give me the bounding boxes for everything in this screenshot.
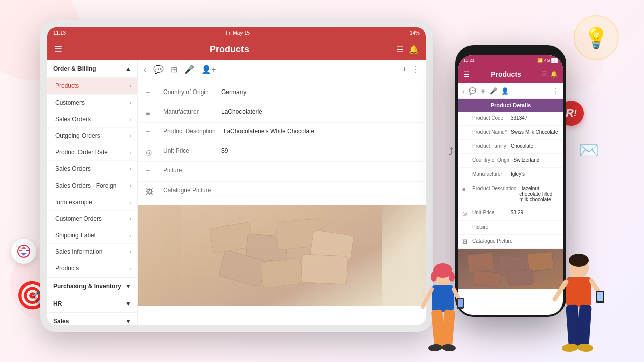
chevron-right-icon: › <box>130 166 131 172</box>
bell-icon[interactable]: 🔔 <box>409 45 419 54</box>
phone-bell-icon[interactable]: 🔔 <box>550 71 558 78</box>
phone-person-icon[interactable]: 👤 <box>501 87 509 95</box>
field-label-catalogue: Catalogue Picture <box>163 187 213 194</box>
phone-chat-icon[interactable]: 💬 <box>469 87 476 95</box>
phone-list-icon[interactable]: ☰ <box>542 71 547 78</box>
sidebar-item-product-order-rate[interactable]: Product Order Rate › <box>47 144 137 161</box>
header-icons: ☰ 🔔 <box>396 45 419 54</box>
sidebar-category-sales[interactable]: Sales ▼ <box>47 312 137 325</box>
person-add-icon[interactable]: 👤+ <box>201 65 216 74</box>
field-value: Chocolate <box>511 143 559 149</box>
phone-toolbar: ‹ 💬 ⊞ 🎤 👤 + ⋮ <box>458 83 563 99</box>
field-label: Product Code <box>472 115 508 121</box>
sidebar-section-order-billing[interactable]: Order & Billing ▲ <box>47 60 137 78</box>
tablet-status-bar: 11:13 Fri May 15 14% <box>47 27 426 38</box>
phone-more-icon[interactable]: ⋮ <box>553 87 559 95</box>
category-expand-icon: ▼ <box>125 283 131 290</box>
sidebar-item-form-example[interactable]: form example › <box>47 194 137 211</box>
field-icon: ≡ <box>462 130 469 136</box>
sidebar-item-label: Product Order Rate <box>55 149 108 156</box>
hamburger-icon[interactable]: ☰ <box>54 44 62 55</box>
field-icon: ◎ <box>462 210 469 217</box>
section-collapse-icon[interactable]: ▲ <box>125 65 131 72</box>
tablet-header-title: Products <box>62 44 396 55</box>
field-icon: ≡ <box>462 186 469 192</box>
field-label: Product Family <box>472 143 508 149</box>
svg-point-17 <box>431 272 437 282</box>
detail-row-manufacturer: ≡ Manufacturer LaChocolaterie <box>138 103 426 123</box>
phone-grid-icon[interactable]: ⊞ <box>480 87 486 95</box>
phone-row-catalogue: 🖼 Catalogue Picture <box>458 235 563 249</box>
field-value: 331347 <box>511 115 559 121</box>
field-label: Catalogue Picture <box>472 238 513 244</box>
svg-rect-23 <box>458 299 463 307</box>
sidebar-item-shipping-label[interactable]: Shipping Label › <box>47 227 137 244</box>
lightbulb-icon: 💡 <box>574 15 619 60</box>
share-icon-1[interactable]: ⤴ <box>449 146 454 157</box>
phone-row-picture: ≡ Picture <box>458 221 563 235</box>
detail-row-description: ≡ Product Description LaChocolaterie's W… <box>138 123 426 142</box>
svg-line-20 <box>423 289 432 307</box>
detail-row-picture: ≡ Picture <box>138 162 426 182</box>
phone-back-icon[interactable]: ‹ <box>462 87 465 95</box>
mic-icon[interactable]: 🎤 <box>184 65 194 74</box>
svg-rect-13 <box>472 270 501 287</box>
sidebar-category-purchasing[interactable]: Purchasing & Inventory ▼ <box>47 277 137 295</box>
sidebar-item-products-1[interactable]: Products › <box>47 78 137 95</box>
sidebar-item-products-2[interactable]: Products › <box>47 260 137 277</box>
field-icon: ≡ <box>462 172 469 178</box>
grid-icon[interactable]: ⊞ <box>171 65 177 74</box>
field-value: Swiss Milk Chocolate <box>511 129 559 135</box>
svg-rect-34 <box>597 292 603 301</box>
phone-hamburger-icon[interactable]: ☰ <box>463 70 470 78</box>
sidebar-item-sales-orders-2[interactable]: Sales Orders › <box>47 161 137 177</box>
field-icon: ◎ <box>146 148 155 156</box>
sidebar-item-customer-orders[interactable]: Customer Orders › <box>47 211 137 227</box>
field-icon: ≡ <box>146 129 155 137</box>
field-icon: ≡ <box>146 109 155 117</box>
sidebar-item-label: Shipping Label <box>55 232 95 239</box>
chat-icon[interactable]: 💬 <box>153 65 164 74</box>
field-label-country: Country of Origin <box>163 88 213 96</box>
sidebar-item-sales-orders-1[interactable]: Sales Orders › <box>47 111 137 128</box>
field-label-manufacturer: Manufacturer <box>163 108 213 115</box>
sidebar-item-customers[interactable]: Customers › <box>47 95 137 111</box>
more-icon[interactable]: ⋮ <box>412 65 420 74</box>
detail-row-country: ≡ Country of Origin Germany <box>138 83 426 103</box>
field-icon: ≡ <box>462 225 469 231</box>
field-icon: ≡ <box>462 158 469 164</box>
product-image-area <box>138 205 426 306</box>
sidebar-item-sales-information[interactable]: Sales Information › <box>47 244 137 260</box>
sidebar-item-label: Outgoing Orders <box>55 132 100 139</box>
main-detail-panel: ‹ 💬 ⊞ 🎤 👤+ + ⋮ ≡ Country of Origin Ge <box>138 60 426 325</box>
svg-point-29 <box>569 254 589 267</box>
phone-section-title: Product Details <box>458 99 563 112</box>
tablet-battery: 14% <box>410 30 420 36</box>
chevron-right-icon: › <box>130 200 131 205</box>
field-value: Hazelnut-chocolate filled milk chocolate <box>519 186 559 202</box>
field-icon: ≡ <box>146 89 155 98</box>
add-icon[interactable]: + <box>402 65 407 74</box>
sidebar-category-label: HR <box>53 300 62 307</box>
sidebar: Order & Billing ▲ Products › Customers ›… <box>47 60 138 325</box>
phone-add-icon[interactable]: + <box>545 87 549 95</box>
phone-row-price: ◎ Unit Price $3.29 <box>458 206 563 221</box>
list-filter-icon[interactable]: ☰ <box>396 45 404 54</box>
sidebar-category-hr[interactable]: HR ▼ <box>47 295 137 312</box>
field-icon: ≡ <box>462 116 469 122</box>
svg-rect-7 <box>260 258 303 289</box>
sidebar-item-sales-orders-foreign[interactable]: Sales Orders - Foreign › <box>47 177 137 194</box>
field-label-price: Unit Price <box>163 147 213 154</box>
sidebar-category-label: Purchasing & Inventory <box>53 283 121 290</box>
phone-mic-icon[interactable]: 🎤 <box>490 87 497 95</box>
field-value-description: LaChocolaterie's White Chocolate <box>224 128 418 135</box>
field-value: $3.29 <box>511 210 559 215</box>
back-icon[interactable]: ‹ <box>144 65 146 74</box>
tablet-content: Order & Billing ▲ Products › Customers ›… <box>47 60 426 325</box>
field-icon: ≡ <box>146 168 155 176</box>
field-label: Country of Origin <box>472 157 511 163</box>
phone-header-title: Products <box>470 70 542 78</box>
sidebar-item-outgoing-orders[interactable]: Outgoing Orders › <box>47 128 137 144</box>
field-icon: 🖼 <box>462 239 469 245</box>
phone-row-family: ≡ Product Family Chocolate <box>458 140 563 154</box>
